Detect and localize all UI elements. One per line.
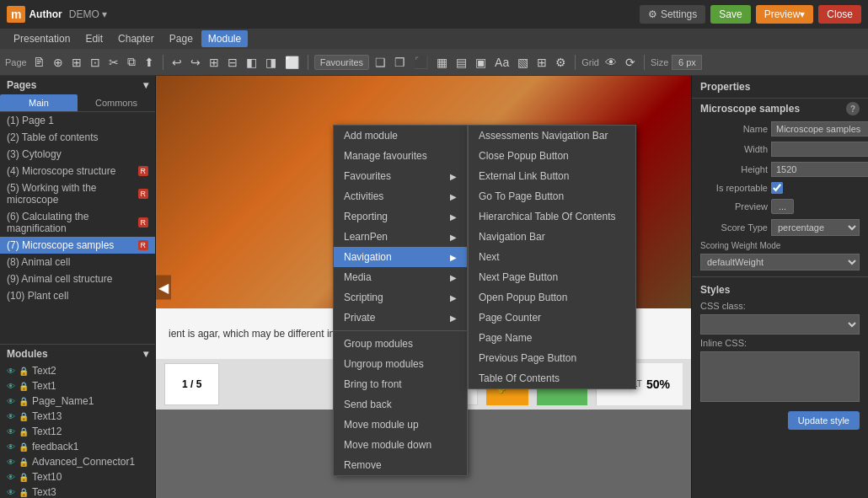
menu-ungroup-modules[interactable]: Ungroup modules <box>334 354 467 374</box>
toolbar-icon-10[interactable]: ◧ <box>244 54 260 71</box>
submenu-assessments-nav-bar[interactable]: Assessments Navigation Bar <box>469 126 635 146</box>
toolbar-icon-7[interactable]: ⬆ <box>142 54 157 71</box>
module-item[interactable]: 👁🔒Advanced_Connector1 <box>0 454 155 469</box>
menu-module[interactable]: Module <box>201 30 248 47</box>
menu-group-modules[interactable]: Group modules <box>334 334 467 354</box>
name-input[interactable] <box>771 121 868 137</box>
save-button[interactable]: Save <box>710 5 750 24</box>
toolbar-redo[interactable]: ↪ <box>188 54 203 71</box>
menu-scripting[interactable]: Scripting▶ <box>334 287 467 308</box>
toolbar-icon-11[interactable]: ◨ <box>263 54 279 71</box>
submenu-table-of-contents[interactable]: Table Of Contents <box>469 368 635 388</box>
submenu-open-popup[interactable]: Open Popup Button <box>469 287 635 308</box>
settings-button[interactable]: ⚙ Settings <box>640 5 705 24</box>
menu-bring-to-front[interactable]: Bring to front <box>334 374 467 394</box>
toolbar-icon-fav9[interactable]: ⊞ <box>534 54 549 71</box>
toolbar-undo[interactable]: ↩ <box>169 54 185 71</box>
menu-presentation[interactable]: Presentation <box>7 30 77 47</box>
toolbar-icon-fav3[interactable]: ⬛ <box>411 54 431 71</box>
toolbar-icon-5[interactable]: ✂ <box>106 54 121 71</box>
submenu-page-name[interactable]: Page Name <box>469 328 635 348</box>
menu-learnpen[interactable]: LearnPen▶ <box>334 227 467 247</box>
toolbar-icon-settings[interactable]: ⚙ <box>553 54 569 71</box>
module-item[interactable]: 👁🔒Text13 <box>0 409 155 424</box>
menu-add-module[interactable]: Add module <box>334 126 467 146</box>
submenu-go-to-page[interactable]: Go To Page Button <box>469 186 635 206</box>
toolbar-icon-3[interactable]: ⊞ <box>69 54 84 71</box>
toolbar-icon-fav1[interactable]: ❑ <box>372 54 388 71</box>
submenu-close-popup[interactable]: Close Popup Button <box>469 146 635 166</box>
menu-move-down[interactable]: Move module down <box>334 435 467 455</box>
page-item[interactable]: (1) Page 1 <box>0 112 155 129</box>
menu-page[interactable]: Page <box>163 30 200 47</box>
menu-edit[interactable]: Edit <box>78 30 110 47</box>
score-type-select[interactable]: percentage <box>771 219 860 236</box>
page-item[interactable]: (3) Cytology <box>0 146 155 163</box>
page-item[interactable]: (9) Animal cell structure <box>0 270 155 287</box>
size-input[interactable] <box>672 55 702 70</box>
help-icon[interactable]: ? <box>846 102 860 115</box>
toolbar-icon-12[interactable]: ⬜ <box>282 54 302 71</box>
update-style-button[interactable]: Update style <box>788 411 860 430</box>
menu-navigation[interactable]: Navigation▶ <box>334 247 467 267</box>
menu-remove[interactable]: Remove <box>334 455 467 475</box>
module-item[interactable]: 👁🔒feedback1 <box>0 439 155 454</box>
submenu-next-page-button[interactable]: Next Page Button <box>469 267 635 287</box>
page-item[interactable]: (8) Animal cell <box>0 254 155 270</box>
menu-chapter[interactable]: Chapter <box>111 30 161 47</box>
module-item[interactable]: 👁🔒Text12 <box>0 424 155 439</box>
tab-commons[interactable]: Commons <box>78 94 155 111</box>
menu-media[interactable]: Media▶ <box>334 267 467 287</box>
module-item[interactable]: 👁🔒Page_Name1 <box>0 394 155 409</box>
preview-button[interactable]: Preview ▾ <box>756 5 814 24</box>
submenu-page-counter[interactable]: Page Counter <box>469 308 635 328</box>
toolbar-icon-fav6[interactable]: ▣ <box>473 54 489 71</box>
preview-dots-button[interactable]: ... <box>771 199 794 214</box>
favourites-button[interactable]: Favourites <box>314 55 369 70</box>
submenu-next[interactable]: Next <box>469 247 635 267</box>
toolbar-icon-fav4[interactable]: ▦ <box>434 54 450 71</box>
menu-move-up[interactable]: Move module up <box>334 415 467 435</box>
toolbar-icon-fav8[interactable]: ▧ <box>515 54 531 71</box>
menu-send-back[interactable]: Send back <box>334 394 467 415</box>
menu-manage-favourites[interactable]: Manage favourites <box>334 146 467 166</box>
toolbar-icon-fav7[interactable]: Aa <box>492 54 512 71</box>
submenu-navigation-bar[interactable]: Navigation Bar <box>469 227 635 247</box>
submenu-hierarchical-toc[interactable]: Hierarchical Table Of Contents <box>469 206 635 227</box>
toolbar-icon-1[interactable]: 🖹 <box>30 54 47 71</box>
toolbar-icon-6[interactable]: ⧉ <box>125 53 138 71</box>
page-item-selected[interactable]: (7) Microscope samplesR <box>0 237 155 254</box>
is-reportable-checkbox[interactable] <box>771 182 783 194</box>
close-button[interactable]: Close <box>818 5 861 24</box>
width-input[interactable] <box>771 142 868 157</box>
left-arrow[interactable]: ◀ <box>156 275 171 299</box>
tab-main[interactable]: Main <box>0 94 78 111</box>
menu-activities[interactable]: Activities▶ <box>334 186 467 206</box>
page-item[interactable]: (4) Microscope structureR <box>0 163 155 179</box>
toolbar-icon-fav5[interactable]: ▤ <box>453 54 469 71</box>
menu-reporting[interactable]: Reporting▶ <box>334 206 467 227</box>
toolbar-icon-fav2[interactable]: ❒ <box>392 54 408 71</box>
demo-dropdown[interactable]: DEMO ▾ <box>69 8 107 20</box>
toolbar-icon-9[interactable]: ⊟ <box>225 54 240 71</box>
module-item[interactable]: 👁🔒Text1 <box>0 378 155 394</box>
scoring-weight-select[interactable]: defaultWeight <box>700 254 860 270</box>
toolbar-icon-8[interactable]: ⊞ <box>206 54 222 71</box>
page-item[interactable]: (2) Table of contents <box>0 129 155 146</box>
menu-private[interactable]: Private▶ <box>334 308 467 328</box>
toolbar-icon-4[interactable]: ⊡ <box>88 54 103 71</box>
grid-icon2[interactable]: ⟳ <box>623 54 638 71</box>
page-item[interactable]: (10) Plant cell <box>0 287 155 304</box>
toolbar-icon-2[interactable]: ⊕ <box>51 54 66 71</box>
height-input[interactable] <box>771 162 868 177</box>
submenu-previous-page-button[interactable]: Previous Page Button <box>469 348 635 368</box>
page-item[interactable]: (5) Working with the microscopeR <box>0 179 155 208</box>
css-class-select[interactable] <box>700 314 860 335</box>
module-item[interactable]: 👁🔒Text2 <box>0 363 155 378</box>
menu-favourites[interactable]: Favourites▶ <box>334 166 467 186</box>
module-item[interactable]: 👁🔒Text3 <box>0 485 155 498</box>
inline-css-textarea[interactable] <box>700 351 860 402</box>
module-item[interactable]: 👁🔒Text10 <box>0 469 155 485</box>
grid-toggle[interactable]: 👁 <box>603 54 619 71</box>
page-item[interactable]: (6) Calculating the magnificationR <box>0 208 155 237</box>
